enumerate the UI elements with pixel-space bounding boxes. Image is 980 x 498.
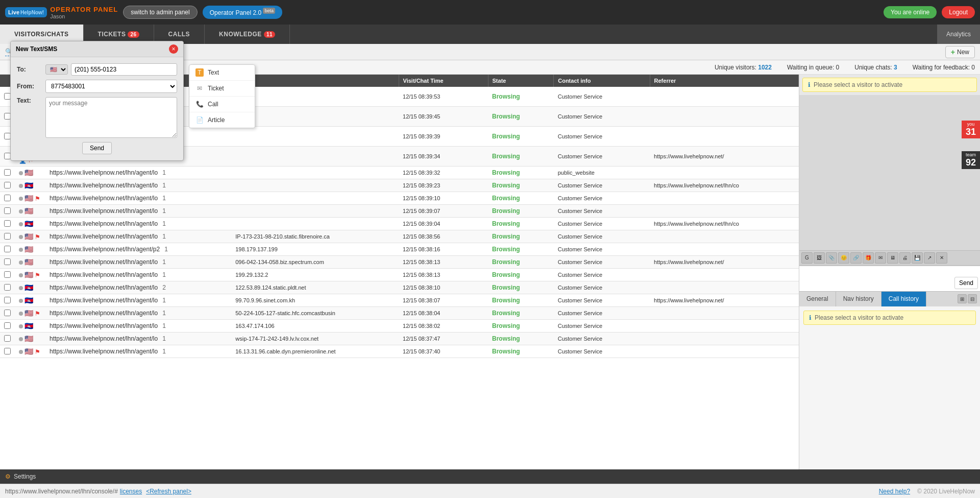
row-state: Browsing [488, 179, 554, 192]
tab-analytics[interactable]: Analytics [937, 25, 980, 44]
table-row[interactable]: 🇺🇸 https://www.livehelpnow.net/lhn/agent… [0, 333, 799, 345]
table-row[interactable]: 🇰🇭 https://www.livehelpnow.net/lhn/agent… [0, 281, 799, 294]
table-row[interactable]: 🇺🇸 ⚑ https://www.livehelpnow.net/lhn/age… [0, 269, 799, 281]
chat-input-area: Send [799, 266, 980, 291]
chat-icon-save[interactable]: 💾 [912, 252, 923, 264]
chat-icon-transfer[interactable]: ↗ [924, 252, 935, 264]
team-score: team 92 [962, 151, 980, 169]
row-state: Browsing [488, 269, 554, 281]
modal-send-button[interactable]: Send [82, 142, 112, 154]
row-checkbox[interactable] [0, 218, 15, 230]
row-checkbox[interactable] [0, 294, 15, 307]
tab-call-history[interactable]: Call history [881, 292, 926, 306]
row-checkbox[interactable] [0, 269, 15, 281]
dropdown-text[interactable]: T Text [189, 65, 255, 81]
chat-icon-gift[interactable]: 🎁 [863, 252, 874, 264]
table-row[interactable]: 🇰🇭 https://www.livehelpnow.net/lhn/agent… [0, 294, 799, 307]
chat-area: you 31 team 92 [799, 95, 980, 250]
row-checkbox[interactable] [0, 205, 15, 218]
chat-icon-close[interactable]: ✕ [936, 252, 947, 264]
row-checkbox[interactable] [0, 192, 15, 205]
row-contact: Customer Service [554, 192, 650, 205]
row-checkbox[interactable] [0, 345, 15, 358]
message-textarea[interactable] [45, 97, 177, 138]
row-agent: 1 [162, 297, 166, 304]
status-dot [19, 273, 23, 277]
row-url: https://www.livehelpnow.net/lhn/agent/lo… [45, 192, 231, 205]
row-checkbox[interactable] [0, 167, 15, 179]
modal-close-button[interactable]: × [169, 44, 178, 54]
country-flag: 🇺🇸 [24, 335, 33, 343]
from-select[interactable]: 8775483001 [45, 80, 177, 93]
row-ip: 284-14 [231, 87, 399, 107]
tab-nav-history[interactable]: Nav history [836, 292, 881, 306]
collapse-icon[interactable]: ⊟ [968, 294, 977, 303]
dropdown-article[interactable]: 📄 Article [189, 112, 255, 128]
table-row[interactable]: 🇰🇭 https://www.livehelpnow.net/lhn/agent… [0, 320, 799, 333]
row-checkbox[interactable] [0, 307, 15, 320]
chat-icon-attach[interactable]: 📎 [826, 252, 837, 264]
tab-knowledge[interactable]: KNOWLEDGE 11 [205, 25, 290, 44]
licenses-link[interactable]: licenses [120, 488, 142, 495]
expand-icon[interactable]: ⊞ [958, 294, 967, 303]
tab-general[interactable]: General [799, 292, 836, 306]
row-contact: Customer Service [554, 87, 650, 107]
row-checkbox[interactable] [0, 333, 15, 345]
row-checkbox[interactable] [0, 281, 15, 294]
table-row[interactable]: 🇺🇸 https://www.livehelpnow.net/lhn/agent… [0, 243, 799, 256]
row-agent: 2 [162, 284, 166, 291]
country-select[interactable]: 🇺🇸 [45, 64, 68, 75]
table-row[interactable]: 🇺🇸 ⚑ https://www.livehelpnow.net/lhn/age… [0, 345, 799, 358]
table-row[interactable]: 🇺🇸 ⚑ https://www.livehelpnow.net/lhn/age… [0, 307, 799, 320]
chat-icon-gif[interactable]: G [801, 252, 813, 264]
chat-icon-screen[interactable]: 🖥 [887, 252, 898, 264]
chat-icon-img[interactable]: 🖼 [814, 252, 825, 264]
row-checkbox[interactable] [0, 179, 15, 192]
chat-icon-mail[interactable]: ✉ [875, 252, 886, 264]
operator-panel-button[interactable]: Operator Panel 2.0 beta [203, 6, 282, 19]
logout-button[interactable]: Logout [942, 6, 975, 18]
row-checkbox[interactable] [0, 320, 15, 333]
copyright: © 2020 LiveHelpNow [917, 488, 975, 495]
call-icon: 📞 [195, 100, 204, 108]
dropdown-call[interactable]: 📞 Call [189, 97, 255, 112]
chat-icon-print[interactable]: 🖨 [899, 252, 911, 264]
row-ip: wsip-174-71-242-149.lv.lv.cox.net [231, 333, 399, 345]
table-row[interactable]: 🇺🇸 ⚑ https://www.livehelpnow.net/lhn/age… [0, 192, 799, 205]
plus-icon: + [951, 48, 955, 56]
row-agent: 1 [164, 246, 168, 253]
text-row: Text: [17, 97, 177, 138]
table-row[interactable]: 🇺🇸 https://www.livehelpnow.net/lhn/agent… [0, 205, 799, 218]
table-row[interactable]: 🇰🇭 https://www.livehelpnow.net/lhn/agent… [0, 179, 799, 192]
chat-icon-link[interactable]: 🔗 [850, 252, 862, 264]
row-flags: 🇺🇸 ⚑ [15, 269, 45, 281]
col-referrer: Referrer [650, 75, 798, 87]
row-url: https://www.livehelpnow.net/lhn/agent/p2… [45, 243, 231, 256]
settings-bar: ⚙ Settings [0, 469, 980, 484]
switch-to-admin-button[interactable]: switch to admin panel [123, 6, 197, 19]
alert-icon: ⚑ [35, 272, 40, 279]
table-row[interactable]: 🇺🇸 ⚑ https://www.livehelpnow.net/lhn/age… [0, 230, 799, 243]
row-contact: Customer Service [554, 320, 650, 333]
to-phone-input[interactable] [71, 63, 177, 76]
refresh-link[interactable]: <Refresh panel> [146, 488, 191, 495]
status-bar: https://www.livehelpnow.net/lhn/console/… [0, 484, 980, 498]
new-button[interactable]: + New [945, 46, 975, 58]
row-checkbox[interactable] [0, 256, 15, 269]
row-url: https://www.livehelpnow.net/lhn/agent/lo… [45, 294, 231, 307]
row-state: Browsing [488, 192, 554, 205]
table-row[interactable]: 🇺🇸 https://www.livehelpnow.net/lhn/agent… [0, 256, 799, 269]
table-row[interactable]: 🇰🇭 https://www.livehelpnow.net/lhn/agent… [0, 218, 799, 230]
table-row[interactable]: 🇺🇸 https://www.livehelpnow.net/lhn/agent… [0, 167, 799, 179]
row-time: 12/15 08:37:47 [399, 333, 488, 345]
row-contact: Customer Service [554, 179, 650, 192]
chat-input[interactable] [801, 269, 952, 289]
send-chat-button[interactable]: Send [954, 277, 978, 289]
dropdown-ticket[interactable]: ✉ Ticket [189, 81, 255, 97]
row-checkbox[interactable] [0, 230, 15, 243]
row-checkbox[interactable] [0, 243, 15, 256]
row-contact: Customer Service [554, 107, 650, 127]
online-button[interactable]: You are online [884, 6, 937, 18]
chat-icon-smiley[interactable]: 😊 [838, 252, 849, 264]
need-help-link[interactable]: Need help? [879, 488, 910, 495]
